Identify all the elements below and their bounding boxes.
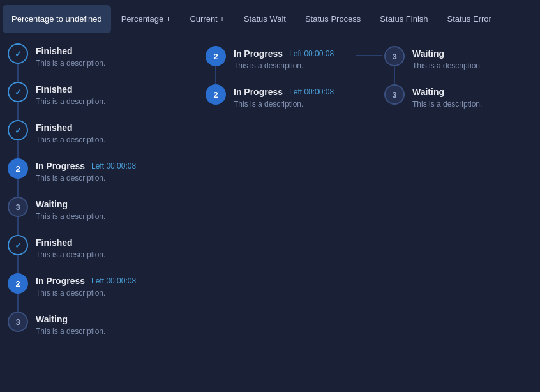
step-title-row: Waiting — [36, 314, 193, 324]
step-icon-col: 3 — [382, 84, 407, 105]
step-desc: This is a description. — [36, 135, 193, 144]
step-title: In Progress — [234, 49, 283, 59]
step-title: In Progress — [36, 161, 85, 171]
step-item: ✓FinishedThis is a description. — [5, 235, 193, 273]
step-content: WaitingThis is a description. — [31, 312, 193, 349]
step-icon-waiting: 3 — [384, 46, 405, 66]
step-time: Left 00:00:08 — [91, 162, 136, 170]
step-item: 2In ProgressLeft 00:00:08This is a descr… — [5, 273, 193, 312]
tab-status-process[interactable]: Status Process — [296, 5, 370, 33]
right-step-list: 3WaitingThis is a description.3WaitingTh… — [382, 46, 535, 121]
step-icon-finished: ✓ — [8, 82, 28, 102]
step-title: In Progress — [234, 87, 283, 97]
tab-percentage-undefined[interactable]: Percentage to undefined — [3, 5, 111, 33]
step-item: 2In ProgressLeft 00:00:08This is a descr… — [203, 46, 356, 84]
tab-percentage-plus[interactable]: Percentage + — [112, 5, 180, 33]
step-title-row: Waiting — [412, 49, 535, 59]
step-item: 2In ProgressLeft 00:00:08This is a descr… — [203, 84, 356, 121]
step-icon-col: ✓ — [5, 120, 31, 158]
step-time: Left 00:00:08 — [289, 49, 334, 58]
step-icon-in-progress: 2 — [206, 84, 226, 105]
step-content: In ProgressLeft 00:00:08This is a descri… — [31, 158, 193, 195]
step-desc: This is a description. — [412, 100, 535, 109]
step-desc: This is a description. — [36, 97, 193, 106]
step-icon-finished: ✓ — [8, 120, 28, 140]
left-column: ✓FinishedThis is a description.✓Finished… — [0, 38, 198, 349]
step-title: Waiting — [412, 87, 444, 97]
step-icon-col: ✓ — [5, 82, 31, 120]
step-desc: This is a description. — [36, 212, 193, 221]
h-connector — [356, 46, 382, 56]
step-desc: This is a description. — [234, 100, 356, 109]
right-column: 3WaitingThis is a description.3WaitingTh… — [382, 46, 535, 121]
step-desc: This is a description. — [36, 174, 193, 183]
tab-current-plus[interactable]: Current + — [181, 5, 234, 33]
step-connector — [17, 294, 19, 312]
step-icon-in-progress: 2 — [8, 273, 28, 294]
step-content: In ProgressLeft 00:00:08This is a descri… — [31, 273, 193, 310]
step-connector — [17, 102, 19, 120]
step-title-row: In ProgressLeft 00:00:08 — [234, 87, 356, 97]
step-content: WaitingThis is a description. — [407, 84, 535, 121]
tab-status-finish[interactable]: Status Finish — [371, 5, 437, 33]
step-icon-col: 3 — [5, 197, 31, 235]
step-desc: This is a description. — [36, 59, 193, 68]
step-connector — [17, 179, 19, 197]
step-icon-in-progress: 2 — [8, 158, 28, 179]
tab-status-error[interactable]: Status Error — [439, 5, 500, 33]
step-title-row: In ProgressLeft 00:00:08 — [36, 276, 193, 286]
left-step-list: ✓FinishedThis is a description.✓Finished… — [5, 43, 193, 349]
step-content: WaitingThis is a description. — [31, 197, 193, 234]
h-line — [356, 55, 382, 56]
step-desc: This is a description. — [234, 61, 356, 70]
step-content: FinishedThis is a description. — [31, 82, 193, 119]
step-title-row: In ProgressLeft 00:00:08 — [234, 49, 356, 59]
step-icon-in-progress: 2 — [206, 46, 226, 66]
step-time: Left 00:00:08 — [289, 87, 334, 96]
step-content: FinishedThis is a description. — [31, 43, 193, 80]
step-title: Finished — [36, 84, 73, 94]
step-desc: This is a description. — [36, 327, 193, 336]
step-content: In ProgressLeft 00:00:08This is a descri… — [229, 46, 356, 83]
step-title: Waiting — [412, 49, 444, 59]
step-content: In ProgressLeft 00:00:08This is a descri… — [229, 84, 356, 121]
right-section: 2In ProgressLeft 00:00:08This is a descr… — [198, 38, 540, 349]
step-item: 3WaitingThis is a description. — [5, 197, 193, 235]
step-icon-col: 2 — [203, 84, 229, 105]
step-icon-col: ✓ — [5, 235, 31, 273]
step-item: 3WaitingThis is a description. — [382, 46, 535, 84]
step-title: Waiting — [36, 314, 68, 324]
step-icon-col: 2 — [5, 273, 31, 312]
step-desc: This is a description. — [36, 250, 193, 259]
step-title: Waiting — [36, 199, 68, 209]
step-item: 2In ProgressLeft 00:00:08This is a descr… — [5, 158, 193, 197]
step-title-row: Waiting — [36, 199, 193, 209]
step-title-row: Finished — [36, 123, 193, 133]
middle-column: 2In ProgressLeft 00:00:08This is a descr… — [203, 46, 356, 121]
step-item: ✓FinishedThis is a description. — [5, 120, 193, 158]
main-layout: ✓FinishedThis is a description.✓Finished… — [0, 38, 540, 349]
step-icon-waiting: 3 — [8, 312, 28, 332]
step-title: Finished — [36, 237, 73, 248]
step-desc: This is a description. — [412, 61, 535, 70]
step-title-row: Finished — [36, 84, 193, 94]
step-content: FinishedThis is a description. — [31, 120, 193, 157]
step-connector — [17, 255, 19, 273]
step-icon-finished: ✓ — [8, 43, 28, 64]
step-connector — [17, 64, 19, 82]
step-icon-finished: ✓ — [8, 235, 28, 255]
step-icon-col: 2 — [203, 46, 229, 84]
step-item: ✓FinishedThis is a description. — [5, 82, 193, 120]
step-title-row: Waiting — [412, 87, 535, 97]
step-title-row: Finished — [36, 237, 193, 248]
step-item: 3WaitingThis is a description. — [382, 84, 535, 121]
middle-step-list: 2In ProgressLeft 00:00:08This is a descr… — [203, 46, 356, 121]
step-icon-col: ✓ — [5, 43, 31, 82]
step-desc: This is a description. — [36, 289, 193, 298]
top-row: 2In ProgressLeft 00:00:08This is a descr… — [198, 38, 540, 121]
step-connector — [17, 140, 19, 158]
step-title-row: Finished — [36, 46, 193, 56]
step-item: 3WaitingThis is a description. — [5, 312, 193, 349]
tab-status-wait[interactable]: Status Wait — [235, 5, 295, 33]
step-content: WaitingThis is a description. — [407, 46, 535, 83]
